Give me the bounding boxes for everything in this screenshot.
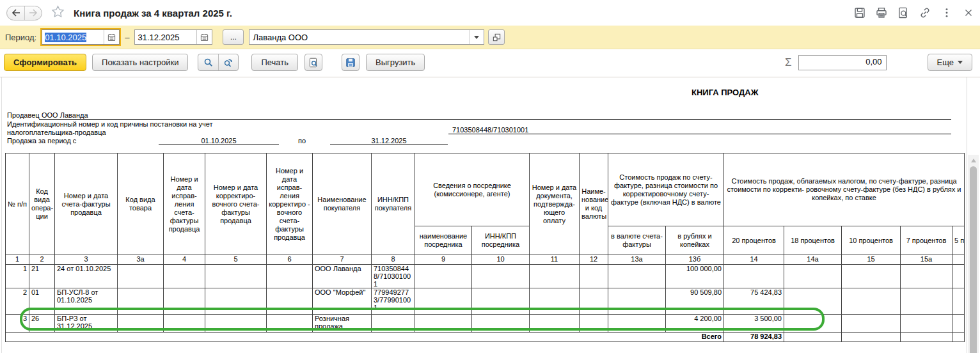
table-cell: 10 [472, 255, 530, 265]
sale-period-to: 31.12.2025 [330, 137, 448, 145]
table-cell: 13б [666, 255, 724, 265]
table-cell: 21 [29, 265, 55, 288]
calendar-icon[interactable] [104, 30, 119, 44]
preview-icon[interactable] [897, 6, 910, 19]
col-header: ИНН/КПП посредника [472, 226, 530, 255]
scrollbar-thumb[interactable] [970, 166, 977, 353]
table-cell: 15а [901, 255, 952, 265]
table-cell: 24 от 01.10.2025 [55, 265, 118, 288]
link-icon[interactable] [919, 6, 931, 19]
table-cell [118, 315, 164, 333]
table-cell [205, 288, 267, 315]
table-cell: 75 424,83 [724, 288, 784, 315]
search-group [198, 54, 239, 71]
col-header: Наименование покупателя [313, 153, 372, 255]
window-actions [853, 6, 975, 19]
total-label: Всего [6, 333, 724, 342]
table-cell [472, 265, 530, 288]
date-to-value: 31.12.2025 [135, 33, 196, 42]
forward-icon[interactable] [24, 6, 42, 20]
table-cell [842, 265, 901, 288]
seller-line: Продавец ООО Лаванда [7, 111, 951, 120]
chevron-down-icon [958, 61, 963, 64]
col-header: № п/п [6, 153, 29, 255]
print-button[interactable]: Печать [251, 54, 298, 71]
table-cell [952, 265, 965, 288]
date-to-field[interactable]: 31.12.2025 [134, 29, 212, 45]
organization-field[interactable]: Лаванда ООО [249, 29, 484, 45]
table-cell [415, 315, 472, 333]
table-cell: 9 [415, 255, 472, 265]
table-cell: 11 [530, 255, 580, 265]
save-result-icon[interactable] [342, 54, 360, 71]
table-row[interactable]: 12124 от 01.10.2025ООО Лаванда7103508448… [6, 265, 965, 288]
table-cell: 12 [580, 255, 608, 265]
table-cell [901, 265, 952, 288]
table-cell [372, 315, 415, 333]
table-cell [608, 288, 666, 315]
table-cell [952, 315, 965, 333]
taxpayer-label-line2: налогоплательщика-продавца [7, 129, 106, 136]
vertical-scrollbar[interactable] [968, 155, 979, 353]
table-cell: 1 [6, 265, 29, 288]
table-cell [724, 265, 784, 288]
sale-period-from: 01.10.2025 [159, 137, 279, 145]
table-row[interactable]: 201БП-УСЛ-8 от 01.10.2025ООО "Морфей"779… [6, 288, 965, 315]
col-group-header: Стоимость продаж по счету- фактуре, разн… [608, 153, 724, 226]
table-cell: 100 000,00 [666, 265, 724, 288]
choose-period-button[interactable]: ... [223, 29, 244, 45]
col-header: Номер и дата исправ- ления корректиро - … [267, 153, 313, 255]
seller-name: ООО Лаванда [39, 111, 951, 120]
search-icon[interactable] [198, 54, 218, 70]
col-header: Наиме- нование и код валюты [580, 153, 608, 255]
table-cell [608, 315, 666, 333]
table-cell [472, 315, 530, 333]
save-icon[interactable] [853, 6, 866, 19]
chevron-down-icon[interactable] [469, 30, 484, 44]
date-from-field[interactable]: 01.10.2025 [42, 29, 120, 45]
table-cell [784, 288, 842, 315]
col-header: в рублях и копейках [666, 226, 724, 255]
table-cell: 1 [6, 255, 29, 265]
sale-period-label: Продажа за период с [7, 137, 76, 145]
table-cell: 15 [842, 255, 901, 265]
report-toolbar: Сформировать Показать настройки Печать В… [0, 49, 980, 75]
open-organization-icon[interactable] [488, 29, 505, 45]
generate-button[interactable]: Сформировать [4, 54, 86, 71]
show-settings-button[interactable]: Показать настройки [92, 54, 188, 71]
table-cell [267, 315, 313, 333]
close-icon[interactable] [962, 6, 975, 19]
more-icon[interactable] [940, 6, 953, 19]
table-cell [784, 315, 842, 333]
export-button[interactable]: Выгрузить [366, 54, 425, 71]
table-row-highlighted[interactable]: 326БП-РЗ от 31.12.2025Розничная продажа4… [6, 315, 965, 333]
sales-table: № п/п Код вида опера- ции Номер и дата с… [5, 153, 965, 342]
title-bar: Книга продаж за 4 квартал 2025 г. [0, 0, 980, 26]
print-preview-icon[interactable] [304, 54, 322, 71]
table-cell: 2 [6, 288, 29, 315]
col-header: 20 процентов [724, 226, 784, 255]
calendar-icon[interactable] [196, 30, 212, 44]
table-cell: 4 [164, 255, 205, 265]
table-cell: 8 [372, 255, 415, 265]
back-icon[interactable] [7, 6, 24, 20]
table-cell [530, 265, 580, 288]
print-icon[interactable] [875, 6, 888, 19]
table-cell: 3а [118, 255, 164, 265]
table-cell: 3 500,00 [724, 315, 784, 333]
favorite-star-icon[interactable] [51, 5, 65, 21]
search-next-icon[interactable] [218, 54, 238, 70]
table-cell: ООО "Морфей" [313, 288, 372, 315]
sigma-icon: Σ [785, 56, 792, 69]
col-header: 7 процентов [901, 226, 952, 255]
sum-field[interactable]: 0,00 [798, 55, 887, 70]
table-cell: БП-УСЛ-8 от 01.10.2025 [55, 288, 118, 315]
col-header: в валюте счета-фактуры [608, 226, 666, 255]
more-button[interactable]: Еще [928, 54, 972, 71]
total-vat20: 78 924,83 [724, 333, 784, 342]
table-cell [530, 315, 580, 333]
table-cell [842, 315, 901, 333]
table-cell [952, 255, 965, 265]
scroll-up-icon[interactable] [968, 156, 979, 165]
date-from-value: 01.10.2025 [45, 33, 86, 42]
